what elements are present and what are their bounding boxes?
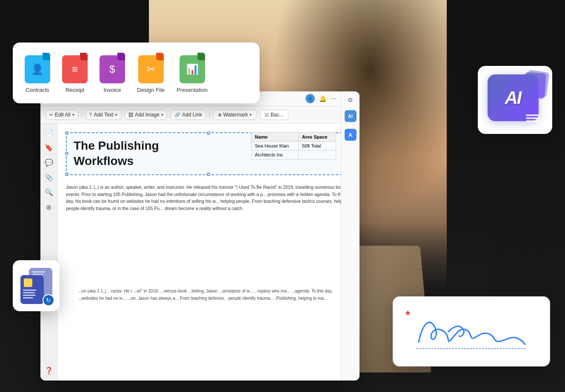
file-card-receipt[interactable]: ≡ Receipt bbox=[62, 53, 88, 93]
edit-all-button[interactable]: ✏ Edit All ▾ bbox=[46, 110, 78, 120]
presentation-icon-symbol: 📊 bbox=[186, 63, 199, 75]
add-link-button[interactable]: 🔗 Add Link bbox=[171, 110, 206, 120]
scan-convert-arrow: ↻ bbox=[43, 294, 54, 306]
design-icon-symbol: ✂ bbox=[147, 63, 155, 75]
second-page-text: ...on (aka J. L.) ...ructor. He r ...ist… bbox=[78, 288, 339, 302]
ai-icon-container: AI bbox=[488, 74, 543, 125]
add-text-label: Add Text bbox=[94, 112, 113, 118]
scan-doc-front-content bbox=[20, 275, 44, 304]
doc-table: Name Ares Space Sea House Klan 50ft Tota… bbox=[251, 132, 336, 159]
comment-icon[interactable]: 💬 bbox=[45, 159, 53, 167]
signature-svg bbox=[410, 308, 529, 355]
toolbar-divider-1 bbox=[82, 111, 82, 119]
editor-sidebar: 📄 🔖 💬 📎 🔍 ⊗ ❓ ‹ bbox=[40, 124, 57, 381]
scan-image-placeholder bbox=[24, 278, 32, 287]
layers-icon[interactable]: ⊗ bbox=[46, 203, 51, 211]
add-image-chevron: ▾ bbox=[161, 113, 163, 117]
body-text-area: Jason (aka J. L.) is an author, speaker,… bbox=[66, 184, 351, 212]
invoice-icon-symbol: $ bbox=[109, 63, 115, 75]
add-image-button[interactable]: 🖼 Add Image ▾ bbox=[125, 110, 167, 120]
signature-svg-area bbox=[410, 308, 537, 355]
signature-card: * bbox=[393, 296, 550, 366]
header-actions: 👤 🔔 ⋯ ⬆ ⬆ bbox=[247, 94, 354, 103]
handle-mid-left[interactable] bbox=[65, 152, 68, 155]
bookmark-icon[interactable]: 🔖 bbox=[45, 144, 53, 152]
file-card-contracts[interactable]: 👤 Contracts bbox=[25, 53, 50, 93]
add-image-label: Add Image bbox=[135, 112, 160, 118]
editor-toolbar: ✏ Edit All ▾ T Add Text ▾ 🖼 Add Image ▾ … bbox=[40, 106, 360, 124]
file-card-presentation[interactable]: 📊 Presentation bbox=[177, 53, 208, 93]
ai-assistant-card: AI bbox=[478, 66, 552, 134]
editor-body: 📄 🔖 💬 📎 🔍 ⊗ ❓ ‹ The Publi bbox=[40, 124, 360, 381]
file-card-invoice[interactable]: $ Invoice bbox=[100, 53, 125, 93]
scan-icon-wrapper: ↻ bbox=[20, 268, 52, 304]
pdf-editor-window: View Organize Tools For... 👤 🔔 ⋯ ⬆ ⬆ ✏ E… bbox=[40, 91, 360, 381]
table-cell-1: Sea House Klan bbox=[251, 142, 299, 151]
toolbar-divider-2 bbox=[209, 111, 210, 119]
more-options-icon[interactable]: ⋯ bbox=[331, 95, 337, 102]
handle-top-mid[interactable] bbox=[207, 131, 210, 135]
add-text-chevron: ▾ bbox=[115, 113, 117, 117]
search-icon[interactable]: 🔍 bbox=[45, 188, 53, 196]
table-cell-2: 50ft Total bbox=[298, 142, 336, 151]
body-paragraph-1: Jason (aka J. L.) is an author, speaker,… bbox=[66, 184, 351, 212]
contracts-icon-symbol: 👤 bbox=[31, 63, 44, 75]
scan-line-1 bbox=[23, 290, 37, 291]
ai-text: AI bbox=[505, 88, 521, 108]
handle-top-left[interactable] bbox=[65, 131, 68, 135]
receipt-label: Receipt bbox=[66, 87, 84, 93]
presentation-corner bbox=[197, 53, 205, 60]
scan-line-3 bbox=[23, 295, 36, 296]
invoice-icon-wrapper: $ bbox=[100, 53, 125, 83]
watermark-button[interactable]: ⊕ Watermark ▾ bbox=[213, 110, 257, 120]
ai-doc-line-2 bbox=[526, 117, 539, 119]
scan-doc-front bbox=[20, 275, 44, 304]
edit-all-chevron: ▾ bbox=[72, 113, 74, 117]
help-icon[interactable]: ❓ bbox=[45, 366, 53, 375]
contracts-icon-wrapper: 👤 bbox=[25, 53, 50, 83]
table-cell-3: Architects Inc bbox=[251, 151, 299, 159]
watermark-label: Watermark bbox=[223, 112, 248, 118]
editor-main-content: The Publishing Workflows Name Ares Space bbox=[57, 124, 360, 381]
add-text-button[interactable]: T Add Text ▾ bbox=[86, 110, 121, 120]
presentation-icon-wrapper: 📊 bbox=[180, 53, 205, 83]
invoice-corner bbox=[117, 53, 125, 60]
design-corner bbox=[156, 53, 164, 60]
scan-line-b1 bbox=[32, 271, 45, 273]
image-icon: 🖼 bbox=[128, 112, 133, 117]
handle-bottom-left[interactable] bbox=[65, 173, 68, 176]
sliders-icon[interactable]: ⚙ bbox=[348, 97, 353, 103]
ai-doc-line-1 bbox=[526, 114, 539, 116]
table-header-space: Ares Space bbox=[298, 133, 336, 142]
back-checkbox-icon: ☑ bbox=[265, 112, 269, 118]
edit-icon: ✏ bbox=[49, 112, 53, 118]
back-button[interactable]: ☑ Bac... bbox=[260, 110, 288, 120]
add-link-label: Add Link bbox=[182, 112, 202, 118]
scan-text-lines bbox=[23, 290, 41, 298]
invoice-label: Invoice bbox=[103, 87, 121, 93]
signature-content: * bbox=[405, 308, 537, 355]
ai-doc-line-3 bbox=[526, 120, 539, 122]
file-card-design[interactable]: ✂ Design File bbox=[137, 53, 165, 93]
design-icon-wrapper: ✂ bbox=[138, 53, 164, 83]
attachment-icon[interactable]: 📎 bbox=[45, 173, 53, 182]
receipt-icon-symbol: ≡ bbox=[72, 63, 78, 75]
back-label: Bac... bbox=[271, 112, 284, 118]
user-avatar[interactable]: 👤 bbox=[305, 94, 315, 103]
ai-panel-ai-button[interactable]: AI bbox=[345, 110, 357, 122]
file-cards-panel: 👤 Contracts ≡ Receipt $ Invoice ✂ bbox=[13, 43, 260, 103]
handle-bottom-mid[interactable] bbox=[207, 173, 210, 176]
design-label: Design File bbox=[137, 87, 165, 93]
table-cell-4 bbox=[298, 151, 336, 159]
contracts-corner bbox=[43, 53, 50, 60]
notification-icon[interactable]: 🔔 bbox=[319, 95, 326, 102]
edit-all-label: Edit All bbox=[55, 112, 71, 118]
ai-panel-a-button[interactable]: A bbox=[345, 129, 357, 141]
second-page-area: ...on (aka J. L.) ...ructor. He r ...ist… bbox=[78, 288, 339, 381]
table-header-name: Name bbox=[251, 133, 299, 142]
signature-required-symbol: * bbox=[405, 308, 410, 322]
scan-line-4 bbox=[23, 297, 33, 298]
doc-icon[interactable]: 📄 bbox=[45, 129, 53, 137]
scan-card: ↻ bbox=[13, 260, 60, 311]
ai-doc-lines bbox=[526, 114, 539, 122]
